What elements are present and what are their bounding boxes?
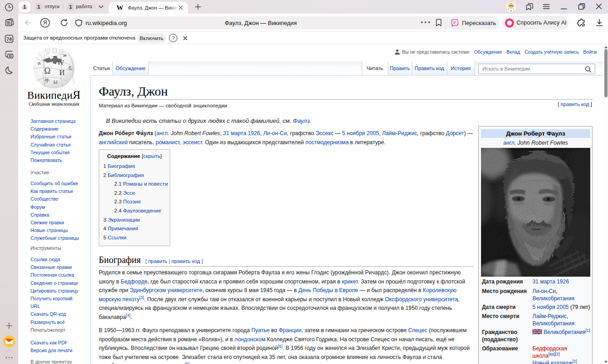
svg-text:㐄: 㐄 xyxy=(45,77,50,84)
svg-text:Ω: Ω xyxy=(44,66,51,76)
svg-text:Я: Я xyxy=(43,20,47,26)
svg-text:W: W xyxy=(57,58,65,67)
svg-text:И: И xyxy=(59,68,65,77)
svg-text:74: 74 xyxy=(6,36,12,42)
svg-text:ج: ج xyxy=(68,64,72,70)
svg-text:Ы: Ы xyxy=(53,79,58,85)
svg-text:1: 1 xyxy=(23,4,26,10)
svg-text:?: ? xyxy=(172,35,174,41)
